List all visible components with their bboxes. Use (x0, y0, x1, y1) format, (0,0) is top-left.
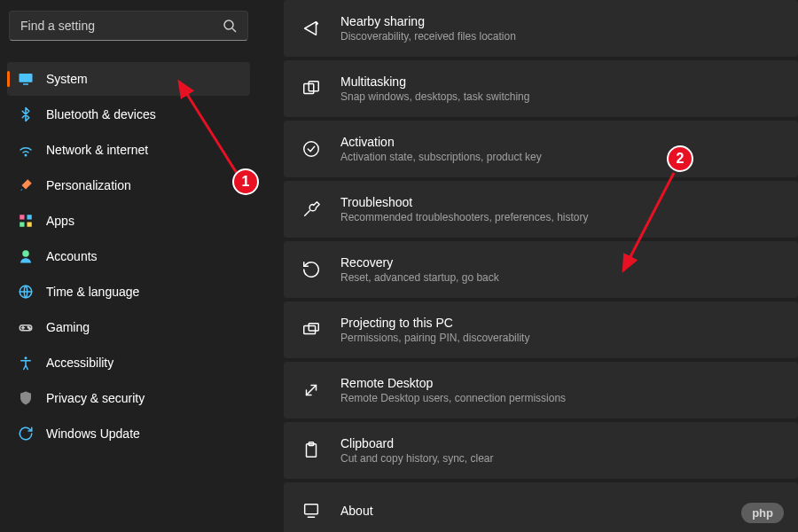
sidebar-item-label: System (46, 72, 88, 86)
svg-line-1 (232, 28, 236, 32)
brush-icon (18, 177, 34, 193)
card-text: Troubleshoot Recommended troubleshooters… (340, 195, 588, 223)
svg-point-9 (22, 250, 29, 257)
svg-rect-8 (27, 223, 32, 227)
search-input[interactable] (20, 19, 223, 33)
check-icon (301, 139, 321, 159)
card-description: Remote Desktop users, connection permiss… (340, 392, 566, 404)
multitask-icon (301, 79, 321, 98)
settings-card-troubleshoot[interactable]: Troubleshoot Recommended troubleshooters… (284, 181, 798, 238)
settings-card-clipboard[interactable]: Clipboard Cut and copy history, sync, cl… (284, 422, 798, 479)
apps-icon (18, 213, 34, 229)
card-text: Projecting to this PC Permissions, pairi… (340, 316, 529, 344)
sidebar-item-label: Accounts (46, 249, 98, 263)
card-title: Projecting to this PC (340, 316, 529, 330)
globe-icon (18, 284, 34, 300)
shield-icon (18, 390, 34, 406)
project-icon (301, 320, 321, 340)
sidebar-item-label: Time & language (46, 285, 139, 299)
sidebar-item-label: Apps (46, 214, 74, 228)
card-text: Remote Desktop Remote Desktop users, con… (340, 376, 566, 404)
about-icon (301, 501, 321, 520)
svg-point-0 (224, 20, 233, 29)
gamepad-icon (18, 319, 34, 335)
card-title: Multitasking (340, 74, 529, 89)
card-text: Nearby sharing Discoverability, received… (340, 14, 516, 43)
settings-card-nearby-sharing[interactable]: Nearby sharing Discoverability, received… (284, 0, 798, 57)
clipboard-icon (301, 441, 321, 460)
settings-card-projecting-to-this-pc[interactable]: Projecting to this PC Permissions, pairi… (284, 301, 798, 358)
sidebar-item-network-internet[interactable]: Network & internet (7, 133, 250, 167)
sidebar-item-accessibility[interactable]: Accessibility (7, 346, 250, 379)
sidebar-item-label: Gaming (46, 320, 90, 334)
svg-rect-7 (20, 223, 24, 227)
settings-list: Nearby sharing Discoverability, received… (284, 0, 798, 532)
svg-rect-20 (304, 325, 316, 333)
card-title: Clipboard (340, 436, 494, 450)
card-text: Activation Activation state, subscriptio… (340, 135, 542, 163)
svg-rect-3 (23, 83, 28, 85)
sidebar-item-label: Accessibility (46, 356, 113, 370)
svg-point-16 (25, 356, 27, 359)
update-icon (18, 426, 34, 442)
bluetooth-icon (18, 106, 34, 122)
card-title: Activation (340, 135, 542, 149)
access-icon (18, 355, 34, 371)
card-description: Discoverability, received files location (340, 30, 516, 43)
card-description: Snap windows, desktops, task switching (340, 90, 529, 103)
sidebar-item-label: Bluetooth & devices (46, 107, 156, 121)
card-title: About (340, 504, 373, 518)
sidebar-item-personalization[interactable]: Personalization (7, 168, 250, 202)
card-title: Remote Desktop (340, 376, 566, 390)
share-icon (301, 19, 321, 38)
svg-rect-5 (20, 215, 24, 219)
svg-rect-2 (20, 74, 33, 82)
wrench-icon (301, 200, 321, 219)
sidebar-item-accounts[interactable]: Accounts (7, 239, 250, 273)
settings-card-activation[interactable]: Activation Activation state, subscriptio… (284, 121, 798, 177)
card-text: Clipboard Cut and copy history, sync, cl… (340, 436, 494, 465)
card-description: Reset, advanced startup, go back (340, 271, 499, 284)
settings-card-multitasking[interactable]: Multitasking Snap windows, desktops, tas… (284, 60, 798, 117)
recovery-icon (301, 260, 321, 279)
card-title: Troubleshoot (340, 195, 588, 209)
sidebar-item-gaming[interactable]: Gaming (7, 310, 250, 344)
search-icon (223, 19, 237, 33)
card-description: Activation state, subscriptions, product… (340, 151, 542, 163)
sidebar-item-label: Privacy & security (46, 391, 145, 405)
sidebar-item-label: Windows Update (46, 426, 140, 441)
sidebar-item-bluetooth-devices[interactable]: Bluetooth & devices (7, 98, 250, 131)
card-text: About (340, 504, 373, 518)
sidebar-item-system[interactable]: System (7, 62, 250, 96)
person-icon (18, 248, 34, 264)
sidebar-item-label: Personalization (46, 178, 131, 192)
card-title: Recovery (340, 255, 499, 270)
sidebar-item-label: Network & internet (46, 143, 148, 157)
remote-icon (301, 380, 321, 400)
sidebar-item-windows-update[interactable]: Windows Update (7, 417, 250, 450)
sidebar-item-time-language[interactable]: Time & language (7, 275, 250, 309)
watermark: php (741, 503, 784, 523)
settings-card-about[interactable]: About (284, 482, 798, 532)
sidebar-item-apps[interactable]: Apps (7, 204, 250, 238)
card-title: Nearby sharing (340, 14, 516, 28)
card-description: Permissions, pairing PIN, discoverabilit… (340, 332, 529, 344)
svg-point-15 (29, 328, 31, 330)
sidebar: System Bluetooth & devices Network & int… (0, 0, 257, 532)
svg-rect-25 (305, 505, 318, 514)
sidebar-item-privacy-security[interactable]: Privacy & security (7, 381, 250, 415)
card-description: Recommended troubleshooters, preferences… (340, 211, 588, 223)
card-text: Recovery Reset, advanced startup, go bac… (340, 255, 499, 284)
search-input-container[interactable] (9, 11, 248, 41)
svg-rect-21 (309, 324, 318, 331)
monitor-icon (18, 71, 34, 87)
wifi-icon (18, 142, 34, 158)
svg-point-4 (25, 154, 27, 156)
svg-line-22 (307, 386, 317, 395)
svg-rect-6 (27, 215, 32, 219)
svg-point-19 (304, 142, 319, 157)
card-description: Cut and copy history, sync, clear (340, 452, 494, 465)
card-text: Multitasking Snap windows, desktops, tas… (340, 74, 529, 103)
settings-card-recovery[interactable]: Recovery Reset, advanced startup, go bac… (284, 241, 798, 298)
settings-card-remote-desktop[interactable]: Remote Desktop Remote Desktop users, con… (284, 362, 798, 419)
